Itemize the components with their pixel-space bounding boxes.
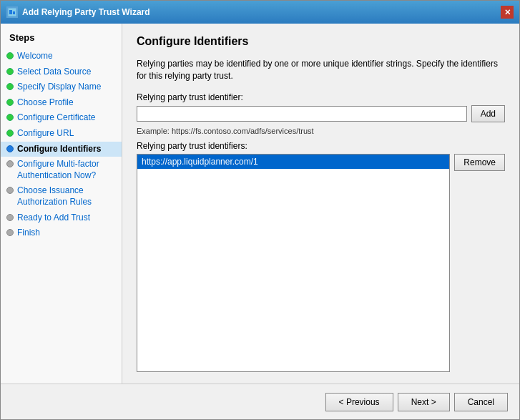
step-dot-configure-url — [6, 130, 14, 137]
identifier-input-row: Add — [137, 105, 505, 122]
title-bar-left: Add Relying Party Trust Wizard — [6, 6, 150, 18]
app-icon — [6, 6, 18, 18]
content-area: Steps WelcomeSelect Data SourceSpecify D… — [1, 24, 519, 384]
example-text: Example: https://fs.contoso.com/adfs/ser… — [137, 127, 505, 135]
sidebar-item-choose-issuance[interactable]: Choose Issuance Authorization Rules — [1, 183, 122, 210]
step-dot-specify-display-name — [6, 83, 14, 90]
step-label-choose-profile: Choose Profile — [17, 97, 74, 109]
next-button[interactable]: Next > — [398, 393, 450, 411]
step-label-select-data-source: Select Data Source — [17, 67, 91, 78]
step-label-ready-to-add: Ready to Add Trust — [17, 213, 90, 224]
step-label-finish: Finish — [17, 228, 40, 239]
title-text: Add Relying Party Trust Wizard — [22, 7, 150, 17]
step-label-configure-url: Configure URL — [17, 128, 74, 140]
sidebar-item-choose-profile[interactable]: Choose Profile — [1, 95, 122, 111]
previous-button[interactable]: < Previous — [325, 393, 393, 411]
steps-container: WelcomeSelect Data SourceSpecify Display… — [1, 49, 122, 241]
identifiers-list: https://app.liquidplanner.com/1 — [137, 154, 450, 372]
page-title: Configure Identifiers — [137, 35, 505, 48]
step-dot-welcome — [6, 52, 14, 59]
description-text: Relying parties may be identified by one… — [137, 58, 505, 82]
sidebar-item-ready-to-add[interactable]: Ready to Add Trust — [1, 210, 122, 226]
step-dot-configure-multifactor — [6, 160, 14, 167]
svg-rect-2 — [13, 11, 15, 14]
remove-button[interactable]: Remove — [454, 154, 505, 171]
sidebar-item-configure-multifactor[interactable]: Configure Multi-factor Authentication No… — [1, 157, 122, 183]
step-dot-select-data-source — [6, 68, 14, 75]
step-label-configure-identifiers: Configure Identifiers — [17, 144, 101, 155]
svg-rect-1 — [9, 10, 12, 14]
step-dot-configure-identifiers — [6, 145, 14, 152]
step-dot-configure-certificate — [6, 114, 14, 121]
sidebar-title: Steps — [1, 32, 122, 49]
step-dot-finish — [6, 229, 14, 236]
sidebar-item-welcome[interactable]: Welcome — [1, 49, 122, 64]
trust-identifier-input[interactable] — [137, 106, 467, 122]
sidebar-item-finish[interactable]: Finish — [1, 225, 122, 241]
sidebar-item-specify-display-name[interactable]: Specify Display Name — [1, 79, 122, 95]
identifiers-list-row: https://app.liquidplanner.com/1 Remove — [137, 154, 505, 372]
sidebar-item-configure-identifiers[interactable]: Configure Identifiers — [1, 142, 122, 157]
step-dot-choose-profile — [6, 99, 14, 106]
close-button[interactable]: ✕ — [501, 6, 514, 19]
add-button[interactable]: Add — [471, 105, 505, 122]
step-label-choose-issuance: Choose Issuance Authorization Rules — [17, 185, 116, 207]
step-dot-ready-to-add — [6, 214, 14, 221]
step-label-configure-multifactor: Configure Multi-factor Authentication No… — [17, 159, 116, 181]
sidebar-item-select-data-source[interactable]: Select Data Source — [1, 64, 122, 80]
sidebar: Steps WelcomeSelect Data SourceSpecify D… — [1, 24, 122, 384]
step-dot-choose-issuance — [6, 187, 14, 194]
step-label-specify-display-name: Specify Display Name — [17, 82, 101, 93]
cancel-button[interactable]: Cancel — [454, 393, 508, 411]
trust-identifier-label: Relying party trust identifier: — [137, 92, 505, 102]
step-label-welcome: Welcome — [17, 51, 53, 62]
sidebar-item-configure-certificate[interactable]: Configure Certificate — [1, 110, 122, 126]
wizard-window: Add Relying Party Trust Wizard ✕ Steps W… — [0, 0, 520, 420]
identifiers-label: Relying party trust identifiers: — [137, 141, 505, 151]
step-label-configure-certificate: Configure Certificate — [17, 112, 95, 124]
list-item[interactable]: https://app.liquidplanner.com/1 — [137, 155, 449, 169]
main-panel: Configure Identifiers Relying parties ma… — [122, 24, 519, 384]
footer: < Previous Next > Cancel — [1, 384, 519, 419]
title-bar: Add Relying Party Trust Wizard ✕ — [1, 1, 519, 24]
sidebar-item-configure-url[interactable]: Configure URL — [1, 126, 122, 142]
